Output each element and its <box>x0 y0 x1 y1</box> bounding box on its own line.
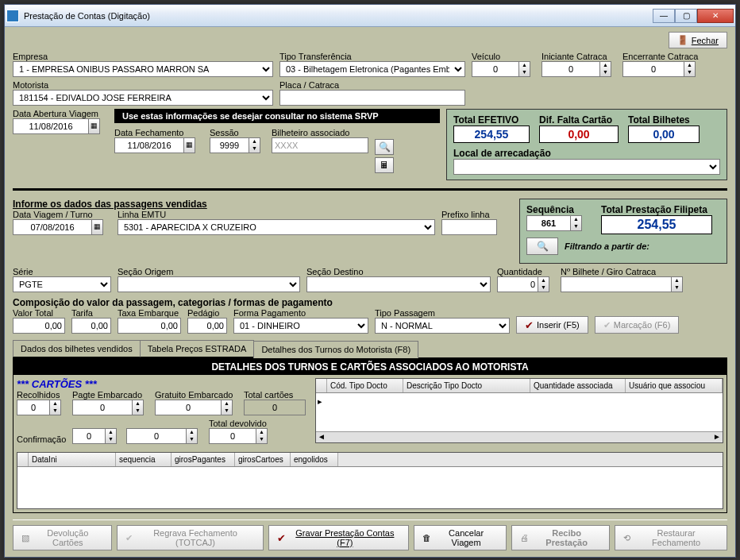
spinner[interactable]: ▲▼ <box>187 428 198 444</box>
empresa-select[interactable]: 1 - EMPRESA ONIBUS PASSARO MARRON SA <box>13 61 273 77</box>
label: Série <box>13 267 111 276</box>
tipo-transferencia-select[interactable]: 03 - Bilhetagem Eletronica (Pagantes Emb… <box>279 61 465 77</box>
date-picker-icon[interactable]: ▦ <box>184 137 195 153</box>
nbilhete-input[interactable] <box>561 276 672 292</box>
dif-falta-value: 0,00 <box>539 126 619 143</box>
calculator-icon-button[interactable]: 🖩 <box>375 157 394 173</box>
scroll-left-icon[interactable]: ◄ <box>316 432 327 442</box>
label: Sessão <box>210 128 265 137</box>
inserir-button[interactable]: ✔ Inserir (F5) <box>516 316 588 334</box>
spinner[interactable]: ▲▼ <box>684 61 696 77</box>
recolhidos-input[interactable] <box>17 400 50 415</box>
confirmacao-pagte-input[interactable] <box>126 428 187 444</box>
sessao-input[interactable] <box>210 137 249 153</box>
devolucao-cartoes-button[interactable]: ▧ Devolução Cartões <box>13 525 112 550</box>
date-picker-icon[interactable]: ▦ <box>89 118 100 134</box>
pedagio-input[interactable] <box>187 318 227 334</box>
label: Data Abertura Viagem <box>13 109 108 118</box>
door-icon: 🚪 <box>677 35 688 45</box>
prefixo-linha-input[interactable] <box>441 219 497 235</box>
secao-destino-select[interactable] <box>306 276 491 292</box>
spinner[interactable]: ▲▼ <box>222 400 233 415</box>
panel-header: DETALHES DOS TURNOS E CARTÕES ASSOCIADOS… <box>13 359 727 375</box>
veiculo-input[interactable] <box>472 61 519 77</box>
spinner[interactable]: ▲▼ <box>571 215 582 231</box>
label: Placa / Catraca <box>279 80 465 90</box>
scroll-right-icon[interactable]: ► <box>711 432 723 442</box>
regrava-fechamento-button[interactable]: ✔ Regrava Fechamento (TOTCAJ) <box>117 525 264 550</box>
spinner[interactable]: ▲▼ <box>600 61 611 77</box>
recibo-prestacao-button[interactable]: 🖨 Recibo Prestação <box>511 525 610 550</box>
tarifa-input[interactable] <box>71 318 111 334</box>
minimize-button[interactable]: — <box>653 9 675 23</box>
quantidade-input[interactable] <box>497 276 538 292</box>
label: Taxa Embarque <box>118 308 181 318</box>
check-icon: ✔ <box>125 533 133 543</box>
iniciante-catraca-input[interactable] <box>542 61 600 77</box>
cancelar-viagem-button[interactable]: 🗑 Cancelar Viagem <box>414 525 507 550</box>
spinner[interactable]: ▲▼ <box>519 61 530 77</box>
gravar-prestacao-button[interactable]: ✔ Gravar Prestação Contas (F7) <box>268 525 409 550</box>
marcacao-button[interactable]: ✔ Marcação (F6) <box>595 316 680 334</box>
gratuito-embarcado-input[interactable] <box>155 400 222 415</box>
label: Seção Destino <box>306 267 491 276</box>
label: Valor Total <box>13 308 65 318</box>
docto-grid[interactable]: Cód. Tipo Docto Descrição Tipo Docto Qua… <box>315 378 723 443</box>
confirmacao-recolhidos-input[interactable] <box>72 428 106 444</box>
spinner[interactable]: ▲▼ <box>50 400 61 415</box>
data-abertura-input[interactable] <box>13 118 89 134</box>
tab-turnos-motorista[interactable]: Detalhes dos Turnos do Motorista (F8) <box>253 341 418 358</box>
data-fechamento-input[interactable] <box>114 137 184 153</box>
check-icon: ✔ <box>525 319 534 331</box>
title-bar: Prestação de Contas (Digitação) — ▢ ✕ <box>5 5 735 27</box>
label: Recolhidos <box>17 390 66 400</box>
fechar-button[interactable]: 🚪 Fechar <box>669 32 727 48</box>
turnos-grid[interactable]: DataIni sequencia girosPagantes girosCar… <box>17 452 723 509</box>
print-icon: 🖨 <box>520 533 529 543</box>
label: Data Viagem / Turno <box>13 210 111 219</box>
cancel-icon: 🗑 <box>422 533 431 543</box>
check-icon: ✔ <box>277 532 286 544</box>
encerrante-catraca-input[interactable] <box>622 61 684 77</box>
taxa-embarque-input[interactable] <box>118 318 181 334</box>
secao-origem-select[interactable] <box>118 276 300 292</box>
label: Filtrando a partir de: <box>565 241 649 251</box>
restaurar-fechamento-button[interactable]: ⟲ Restaurar Fechamento <box>615 525 727 550</box>
local-arrecadacao-select[interactable] <box>453 159 720 175</box>
close-window-button[interactable]: ✕ <box>697 9 734 23</box>
motorista-select[interactable]: 181154 - EDIVALDO JOSE FERREIRA <box>13 90 273 106</box>
linha-emtu-select[interactable]: 5301 - APARECIDA X CRUZEIRO <box>118 219 435 235</box>
bilheteiro-input[interactable] <box>272 137 368 153</box>
total-devolvido-input[interactable] <box>209 428 256 444</box>
sequencia-input[interactable] <box>526 215 571 231</box>
spinner[interactable]: ▲▼ <box>256 428 268 444</box>
search-icon-button[interactable]: 🔍 <box>375 139 394 155</box>
column-header: Usuário que associou <box>626 379 723 392</box>
tipo-passagem-select[interactable]: N - NORMAL <box>375 318 510 334</box>
maximize-button[interactable]: ▢ <box>675 9 697 23</box>
tab-bilhetes[interactable]: Dados dos bilhetes vendidos <box>13 340 141 357</box>
spinner[interactable]: ▲▼ <box>133 400 144 415</box>
label: Total Prestação Filipeta <box>601 204 712 215</box>
check-icon: ✔ <box>603 320 611 330</box>
data-viagem-input[interactable] <box>13 219 92 235</box>
spinner[interactable]: ▲▼ <box>106 428 117 444</box>
label: Encerrante Catraca <box>622 52 702 61</box>
spinner[interactable]: ▲▼ <box>538 276 549 292</box>
column-header: girosCartoes <box>235 453 291 466</box>
label: Confirmação <box>17 434 66 444</box>
spinner[interactable]: ▲▼ <box>672 276 683 292</box>
srvp-banner: Use estas informações se desejar consult… <box>114 109 440 123</box>
tab-precos[interactable]: Tabela Preços ESTRADA <box>140 340 255 357</box>
date-picker-icon[interactable]: ▦ <box>92 219 103 235</box>
filter-search-button[interactable]: 🔍 <box>526 238 558 255</box>
label: Prefixo linha <box>441 210 497 219</box>
forma-pagamento-select[interactable]: 01 - DINHEIRO <box>233 318 368 334</box>
placa-input[interactable] <box>279 90 465 106</box>
serie-select[interactable]: PGTE <box>13 276 111 292</box>
valor-total-input[interactable] <box>13 318 65 334</box>
label: Bilheteiro associado <box>272 128 368 137</box>
spinner[interactable]: ▲▼ <box>249 137 260 153</box>
pagte-embarcado-input[interactable] <box>72 400 133 415</box>
label: Data Fechamento <box>114 128 203 137</box>
